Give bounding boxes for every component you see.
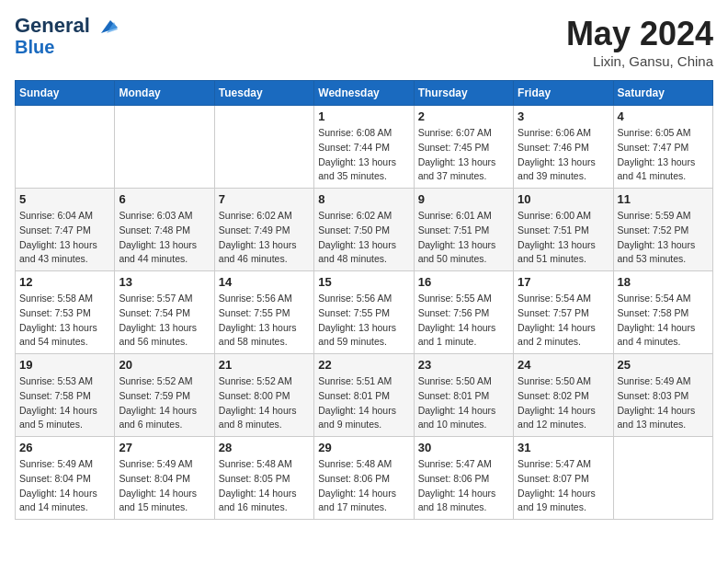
- day-info: Sunrise: 5:57 AM Sunset: 7:54 PM Dayligh…: [119, 292, 210, 350]
- calendar-cell: 23Sunrise: 5:50 AM Sunset: 8:01 PM Dayli…: [414, 354, 513, 437]
- day-info: Sunrise: 6:05 AM Sunset: 7:47 PM Dayligh…: [618, 126, 709, 184]
- calendar-cell: 10Sunrise: 6:00 AM Sunset: 7:51 PM Dayli…: [514, 189, 613, 271]
- logo-blue: Blue: [15, 37, 54, 57]
- day-number: 16: [418, 275, 509, 289]
- calendar-cell: 31Sunrise: 5:47 AM Sunset: 8:07 PM Dayli…: [514, 437, 613, 520]
- day-info: Sunrise: 5:52 AM Sunset: 8:00 PM Dayligh…: [219, 374, 310, 432]
- calendar-cell: 27Sunrise: 5:49 AM Sunset: 8:04 PM Dayli…: [115, 437, 214, 520]
- calendar-cell: 18Sunrise: 5:54 AM Sunset: 7:58 PM Dayli…: [613, 271, 712, 354]
- calendar-cell: 8Sunrise: 6:02 AM Sunset: 7:50 PM Daylig…: [314, 189, 414, 271]
- day-number: 11: [618, 192, 709, 206]
- calendar-week-row: 26Sunrise: 5:49 AM Sunset: 8:04 PM Dayli…: [16, 437, 713, 520]
- calendar-week-row: 1Sunrise: 6:08 AM Sunset: 7:44 PM Daylig…: [16, 106, 713, 189]
- day-info: Sunrise: 5:49 AM Sunset: 8:04 PM Dayligh…: [119, 457, 210, 515]
- calendar-cell: 5Sunrise: 6:04 AM Sunset: 7:47 PM Daylig…: [16, 189, 115, 271]
- day-number: 7: [219, 192, 310, 206]
- calendar-cell: 11Sunrise: 5:59 AM Sunset: 7:52 PM Dayli…: [613, 189, 712, 271]
- weekday-header: Tuesday: [214, 81, 313, 106]
- calendar-cell: 22Sunrise: 5:51 AM Sunset: 8:01 PM Dayli…: [314, 354, 414, 437]
- weekday-header: Friday: [514, 81, 613, 106]
- calendar-cell: 20Sunrise: 5:52 AM Sunset: 7:59 PM Dayli…: [115, 354, 214, 437]
- day-info: Sunrise: 5:55 AM Sunset: 7:56 PM Dayligh…: [418, 292, 509, 350]
- day-number: 28: [219, 441, 310, 454]
- calendar-table: SundayMondayTuesdayWednesdayThursdayFrid…: [15, 80, 713, 520]
- day-info: Sunrise: 5:48 AM Sunset: 8:05 PM Dayligh…: [219, 457, 310, 515]
- logo-icon: [97, 18, 118, 35]
- day-number: 20: [119, 358, 210, 372]
- day-info: Sunrise: 5:47 AM Sunset: 8:06 PM Dayligh…: [418, 457, 509, 515]
- weekday-header: Monday: [115, 81, 214, 106]
- weekday-header: Thursday: [414, 81, 513, 106]
- day-info: Sunrise: 5:48 AM Sunset: 8:06 PM Dayligh…: [318, 457, 409, 515]
- calendar-cell: 9Sunrise: 6:01 AM Sunset: 7:51 PM Daylig…: [414, 189, 513, 271]
- calendar-cell: 26Sunrise: 5:49 AM Sunset: 8:04 PM Dayli…: [16, 437, 115, 520]
- day-number: 17: [518, 275, 609, 289]
- day-info: Sunrise: 6:04 AM Sunset: 7:47 PM Dayligh…: [19, 209, 110, 267]
- calendar-week-row: 12Sunrise: 5:58 AM Sunset: 7:53 PM Dayli…: [16, 271, 713, 354]
- calendar-cell: 12Sunrise: 5:58 AM Sunset: 7:53 PM Dayli…: [16, 271, 115, 354]
- day-number: 23: [418, 358, 509, 372]
- calendar-week-row: 19Sunrise: 5:53 AM Sunset: 7:58 PM Dayli…: [16, 354, 713, 437]
- day-info: Sunrise: 5:53 AM Sunset: 7:58 PM Dayligh…: [19, 374, 110, 432]
- weekday-header: Wednesday: [314, 81, 414, 106]
- day-info: Sunrise: 5:47 AM Sunset: 8:07 PM Dayligh…: [518, 457, 609, 515]
- day-number: 2: [418, 109, 509, 123]
- calendar-cell: 6Sunrise: 6:03 AM Sunset: 7:48 PM Daylig…: [115, 189, 214, 271]
- calendar-cell: 24Sunrise: 5:50 AM Sunset: 8:02 PM Dayli…: [514, 354, 613, 437]
- day-info: Sunrise: 6:01 AM Sunset: 7:51 PM Dayligh…: [418, 209, 509, 267]
- day-number: 5: [19, 192, 110, 206]
- day-number: 10: [518, 192, 609, 206]
- calendar-cell: 1Sunrise: 6:08 AM Sunset: 7:44 PM Daylig…: [314, 106, 414, 189]
- day-number: 15: [318, 275, 409, 289]
- day-number: 26: [19, 441, 110, 454]
- day-info: Sunrise: 6:02 AM Sunset: 7:49 PM Dayligh…: [219, 209, 310, 267]
- day-info: Sunrise: 5:49 AM Sunset: 8:04 PM Dayligh…: [19, 457, 110, 515]
- day-info: Sunrise: 5:54 AM Sunset: 7:58 PM Dayligh…: [618, 292, 709, 350]
- day-number: 21: [219, 358, 310, 372]
- calendar-cell: 16Sunrise: 5:55 AM Sunset: 7:56 PM Dayli…: [414, 271, 513, 354]
- day-info: Sunrise: 5:56 AM Sunset: 7:55 PM Dayligh…: [219, 292, 310, 350]
- day-info: Sunrise: 5:50 AM Sunset: 8:02 PM Dayligh…: [518, 374, 609, 432]
- day-number: 25: [618, 358, 709, 372]
- day-number: 18: [618, 275, 709, 289]
- calendar-cell: 28Sunrise: 5:48 AM Sunset: 8:05 PM Dayli…: [214, 437, 313, 520]
- day-number: 24: [518, 358, 609, 372]
- day-number: 31: [518, 441, 609, 454]
- day-info: Sunrise: 5:49 AM Sunset: 8:03 PM Dayligh…: [618, 374, 709, 432]
- day-number: 19: [19, 358, 110, 372]
- day-number: 30: [418, 441, 509, 454]
- logo-text: General: [15, 15, 118, 37]
- day-number: 3: [518, 109, 609, 123]
- day-info: Sunrise: 5:58 AM Sunset: 7:53 PM Dayligh…: [19, 292, 110, 350]
- calendar-cell: 2Sunrise: 6:07 AM Sunset: 7:45 PM Daylig…: [414, 106, 513, 189]
- calendar-cell: [115, 106, 214, 189]
- weekday-header: Saturday: [613, 81, 712, 106]
- calendar-cell: 17Sunrise: 5:54 AM Sunset: 7:57 PM Dayli…: [514, 271, 613, 354]
- day-number: 8: [318, 192, 409, 206]
- day-info: Sunrise: 5:50 AM Sunset: 8:01 PM Dayligh…: [418, 374, 509, 432]
- calendar-cell: 29Sunrise: 5:48 AM Sunset: 8:06 PM Dayli…: [314, 437, 414, 520]
- day-info: Sunrise: 5:51 AM Sunset: 8:01 PM Dayligh…: [318, 374, 409, 432]
- calendar-header-row: SundayMondayTuesdayWednesdayThursdayFrid…: [16, 81, 713, 106]
- day-info: Sunrise: 5:54 AM Sunset: 7:57 PM Dayligh…: [518, 292, 609, 350]
- day-info: Sunrise: 6:07 AM Sunset: 7:45 PM Dayligh…: [418, 126, 509, 184]
- day-number: 9: [418, 192, 509, 206]
- calendar-cell: 13Sunrise: 5:57 AM Sunset: 7:54 PM Dayli…: [115, 271, 214, 354]
- day-number: 27: [119, 441, 210, 454]
- logo: General Blue: [15, 15, 118, 57]
- day-info: Sunrise: 5:59 AM Sunset: 7:52 PM Dayligh…: [618, 209, 709, 267]
- day-info: Sunrise: 6:06 AM Sunset: 7:46 PM Dayligh…: [518, 126, 609, 184]
- calendar-week-row: 5Sunrise: 6:04 AM Sunset: 7:47 PM Daylig…: [16, 189, 713, 271]
- calendar-cell: 15Sunrise: 5:56 AM Sunset: 7:55 PM Dayli…: [314, 271, 414, 354]
- day-number: 6: [119, 192, 210, 206]
- calendar-cell: 3Sunrise: 6:06 AM Sunset: 7:46 PM Daylig…: [514, 106, 613, 189]
- day-number: 29: [318, 441, 409, 454]
- page-header: General Blue May 2024 Lixin, Gansu, Chin…: [15, 15, 713, 69]
- calendar-cell: [613, 437, 712, 520]
- day-number: 1: [318, 109, 409, 123]
- day-number: 4: [618, 109, 709, 123]
- day-info: Sunrise: 5:56 AM Sunset: 7:55 PM Dayligh…: [318, 292, 409, 350]
- day-number: 13: [119, 275, 210, 289]
- calendar-cell: 19Sunrise: 5:53 AM Sunset: 7:58 PM Dayli…: [16, 354, 115, 437]
- calendar-cell: [16, 106, 115, 189]
